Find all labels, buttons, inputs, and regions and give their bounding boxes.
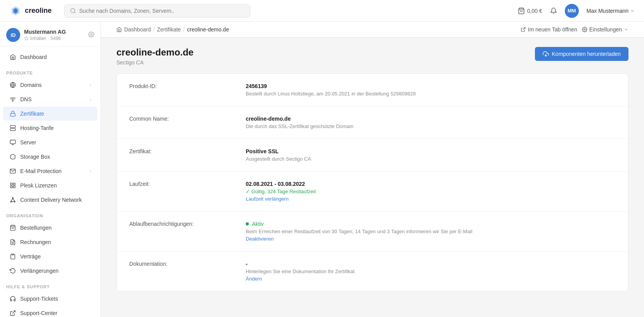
row-common-name: Common Name: creoline-demo.de Die durch …: [117, 106, 628, 139]
sidebar: ID Mustermann AG Inhaber · 5498: [0, 22, 101, 317]
cloud-download-icon: [543, 51, 549, 57]
user-name[interactable]: Max Mustermann: [587, 8, 635, 14]
external-link-icon: [9, 310, 16, 317]
sidebar-item-server[interactable]: Server: [3, 135, 97, 149]
chevron-down-icon: [630, 9, 635, 13]
sidebar-item-dns[interactable]: DNS ›: [3, 92, 97, 106]
wifi-icon: [9, 96, 16, 103]
page-actions: Im neuen Tab öffnen Einstellungen: [521, 26, 628, 33]
label-zertifikat: Zertifikat:: [117, 139, 233, 171]
sidebar-item-label: E-Mail Protection: [20, 168, 62, 174]
sidebar-item-dashboard[interactable]: Dashboard: [3, 50, 97, 64]
breadcrumb: Dashboard / Zertifikate / creoline-demo.…: [116, 26, 229, 33]
profile-avatar: ID: [6, 28, 20, 42]
sidebar-item-rechnungen[interactable]: Rechnungen: [3, 235, 97, 249]
globe-icon: [9, 81, 16, 88]
sidebar-section-hilfe: HILFE & SUPPORT: [0, 278, 101, 291]
server-icon: [9, 125, 16, 132]
svg-rect-16: [10, 140, 15, 144]
search-icon: [70, 8, 76, 14]
svg-point-10: [12, 101, 13, 101]
aendern-link[interactable]: Ändern: [246, 276, 616, 282]
file-text-icon: [9, 239, 16, 246]
svg-point-35: [584, 29, 585, 30]
sidebar-item-label: Support-Center: [20, 310, 57, 316]
label-common-name: Common Name:: [117, 106, 233, 139]
search-bar[interactable]: [64, 4, 250, 17]
headphones-icon: [9, 295, 16, 302]
sidebar-item-bestellungen[interactable]: Bestellungen: [3, 221, 97, 235]
sidebar-item-label: Verlängerungen: [20, 268, 59, 274]
chevron-down-icon: [624, 27, 628, 32]
cart-amount: 0,00 €: [527, 8, 542, 14]
breadcrumb-zertifikate[interactable]: Zertifikate: [157, 26, 181, 33]
sidebar-item-support-tickets[interactable]: Support-Tickets: [3, 292, 97, 306]
topbar: creoline 0,00 € MM Max Mustermann: [0, 0, 644, 22]
value-common-name: creoline-demo.de Die durch das SSL-Zerti…: [233, 106, 628, 139]
main-layout: ID Mustermann AG Inhaber · 5498: [0, 22, 644, 317]
refresh-icon: [9, 267, 16, 274]
svg-point-7: [90, 34, 92, 35]
avatar: MM: [565, 4, 579, 18]
sidebar-section-organisation: ORGANISATION: [0, 207, 101, 220]
home-icon: [9, 54, 16, 61]
gear-icon[interactable]: [88, 31, 94, 39]
value-dokumentation: - Hinterlegen Sie eine Dokumentation Ihr…: [233, 251, 628, 291]
sidebar-item-label: Storage Box: [20, 154, 50, 160]
sidebar-item-support-center[interactable]: Support-Center: [3, 306, 97, 317]
status-active: Aktiv: [246, 221, 616, 227]
box-icon: [9, 153, 16, 160]
deaktivieren-link[interactable]: Deaktivieren: [246, 236, 616, 242]
sidebar-item-label: Bestellungen: [20, 225, 52, 231]
svg-rect-21: [13, 186, 15, 188]
settings-link[interactable]: Einstellungen: [582, 26, 628, 33]
page-title-text: creoline-demo.de Sectigo CA: [116, 47, 194, 66]
sidebar-item-label: Verträge: [20, 253, 41, 260]
page-title-area: creoline-demo.de Sectigo CA Komponenten …: [101, 38, 644, 73]
shopping-bag-icon: [9, 224, 16, 231]
row-dokumentation: Dokumentation: - Hinterlegen Sie eine Do…: [117, 251, 628, 291]
svg-rect-12: [10, 125, 15, 127]
svg-rect-11: [10, 113, 15, 116]
label-dokumentation: Dokumentation:: [117, 251, 233, 291]
status-dot: [246, 222, 249, 225]
sidebar-item-hosting[interactable]: Hosting-Tarife: [3, 121, 97, 135]
value-ablauf: Aktiv Beim Erreichen einer Restlaufzeit …: [233, 211, 628, 251]
bell-icon[interactable]: [550, 7, 557, 14]
page-header: Dashboard / Zertifikate / creoline-demo.…: [101, 22, 644, 38]
search-input[interactable]: [79, 8, 245, 14]
sidebar-item-zertifikate[interactable]: Zertifikate: [3, 107, 97, 121]
sidebar-item-verlaengerungen[interactable]: Verlängerungen: [3, 264, 97, 278]
sidebar-item-domains[interactable]: Domains ›: [3, 78, 97, 92]
sidebar-section-produkte: PRODUKTE: [0, 64, 101, 78]
svg-line-33: [12, 311, 15, 314]
svg-line-34: [523, 28, 525, 30]
content-area: Dashboard / Zertifikate / creoline-demo.…: [101, 22, 644, 317]
breadcrumb-current: creoline-demo.de: [187, 26, 229, 33]
svg-rect-19: [10, 183, 12, 185]
chevron-right-icon: ›: [90, 97, 91, 102]
sidebar-item-label: Content Delivery Network: [20, 197, 82, 203]
cart-area: 0,00 €: [518, 7, 542, 14]
profile-sub: Inhaber · 5498: [24, 36, 84, 41]
row-ablauf: Ablaufbenachrichtigungen: Aktiv Beim Err…: [117, 211, 628, 251]
download-button[interactable]: Komponenten herunterladen: [535, 47, 628, 61]
svg-rect-13: [10, 128, 15, 130]
validity-status: ✓ Gültig, 324 Tage Restlaufzeit: [246, 189, 616, 194]
sidebar-item-label: Hosting-Tarife: [20, 125, 54, 131]
breadcrumb-dashboard[interactable]: Dashboard: [124, 26, 151, 33]
sidebar-item-cdn[interactable]: Content Delivery Network: [3, 193, 97, 207]
logo: creoline: [9, 5, 52, 17]
page-subtitle: Sectigo CA: [116, 59, 194, 66]
sidebar-item-vertraege[interactable]: Verträge: [3, 249, 97, 263]
sidebar-item-label: Dashboard: [20, 54, 47, 60]
svg-rect-22: [10, 186, 12, 188]
laufzeit-verlaengern-link[interactable]: Laufzeit verlängern: [246, 196, 616, 202]
sidebar-item-email-protection[interactable]: E-Mail Protection ›: [3, 164, 97, 178]
svg-point-3: [71, 9, 75, 13]
sidebar-item-storage-box[interactable]: Storage Box: [3, 150, 97, 164]
sidebar-item-plesk[interactable]: Plesk Lizenzen: [3, 178, 97, 192]
new-tab-link[interactable]: Im neuen Tab öffnen: [521, 26, 577, 33]
chevron-right-icon: ›: [90, 168, 91, 174]
svg-line-4: [74, 12, 75, 13]
